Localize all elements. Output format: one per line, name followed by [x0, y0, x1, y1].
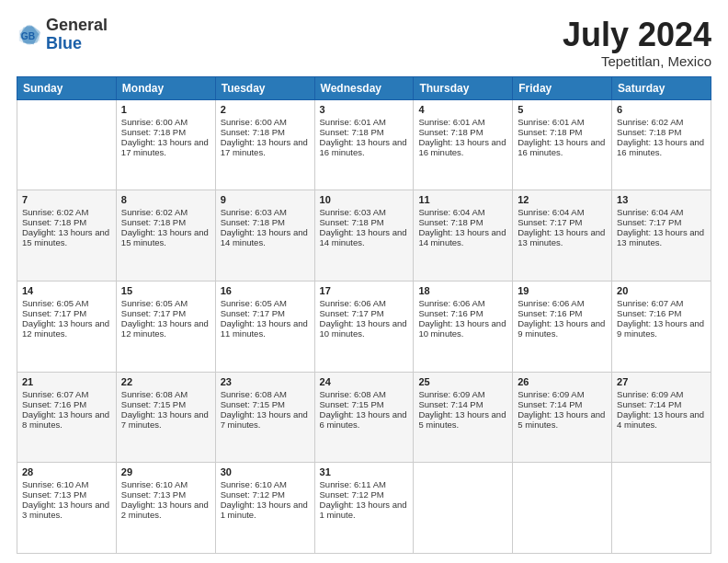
- daylight-text: Daylight: 13 hours and 5 minutes.: [518, 409, 605, 430]
- daylight-text: Daylight: 13 hours and 1 minute.: [320, 500, 407, 520]
- daylight-text: Daylight: 13 hours and 13 minutes.: [617, 227, 704, 247]
- sunset-text: Sunset: 7:18 PM: [518, 127, 582, 137]
- calendar-cell: 16 Sunrise: 6:05 AM Sunset: 7:17 PM Dayl…: [215, 281, 314, 372]
- daylight-text: Daylight: 13 hours and 9 minutes.: [617, 318, 704, 339]
- daylight-text: Daylight: 13 hours and 15 minutes.: [121, 227, 209, 247]
- sunset-text: Sunset: 7:17 PM: [518, 217, 582, 227]
- sunset-text: Sunset: 7:16 PM: [518, 308, 582, 318]
- calendar-cell: 26 Sunrise: 6:09 AM Sunset: 7:14 PM Dayl…: [513, 372, 612, 463]
- daylight-text: Daylight: 13 hours and 10 minutes.: [320, 318, 407, 339]
- sunrise-text: Sunrise: 6:08 AM: [221, 389, 287, 399]
- calendar-cell: 14 Sunrise: 6:05 AM Sunset: 7:17 PM Dayl…: [17, 281, 117, 372]
- weekday-header: Saturday: [612, 76, 711, 99]
- calendar-cell: 12 Sunrise: 6:04 AM Sunset: 7:17 PM Dayl…: [513, 190, 612, 282]
- daylight-text: Daylight: 13 hours and 17 minutes.: [121, 137, 209, 157]
- daylight-text: Daylight: 13 hours and 17 minutes.: [221, 137, 308, 157]
- calendar-cell: [612, 463, 711, 554]
- weekday-header: Tuesday: [215, 76, 314, 99]
- sunrise-text: Sunrise: 6:05 AM: [22, 298, 88, 308]
- sunrise-text: Sunrise: 6:10 AM: [22, 479, 88, 489]
- page: GB General Blue July 2024 Tepetitlan, Me…: [0, 0, 728, 563]
- calendar-cell: 28 Sunrise: 6:10 AM Sunset: 7:13 PM Dayl…: [17, 463, 117, 554]
- calendar-cell: 22 Sunrise: 6:08 AM Sunset: 7:15 PM Dayl…: [116, 372, 215, 463]
- day-number: 18: [418, 285, 507, 296]
- day-number: 17: [320, 285, 409, 296]
- sunset-text: Sunset: 7:13 PM: [121, 489, 186, 500]
- sunrise-text: Sunrise: 6:05 AM: [121, 298, 188, 308]
- daylight-text: Daylight: 13 hours and 11 minutes.: [221, 318, 308, 339]
- calendar-cell: 30 Sunrise: 6:10 AM Sunset: 7:12 PM Dayl…: [215, 463, 314, 554]
- calendar-cell: [513, 463, 612, 554]
- sunset-text: Sunset: 7:15 PM: [221, 399, 285, 409]
- sunset-text: Sunset: 7:16 PM: [418, 308, 483, 318]
- day-number: 27: [617, 376, 706, 387]
- daylight-text: Daylight: 13 hours and 5 minutes.: [418, 409, 506, 430]
- sunrise-text: Sunrise: 6:00 AM: [221, 117, 287, 127]
- calendar-cell: 27 Sunrise: 6:09 AM Sunset: 7:14 PM Dayl…: [612, 372, 711, 463]
- title-block: July 2024 Tepetitlan, Mexico: [563, 17, 711, 69]
- header: GB General Blue July 2024 Tepetitlan, Me…: [17, 17, 711, 69]
- day-number: 11: [418, 194, 507, 205]
- day-number: 24: [320, 376, 409, 387]
- sunset-text: Sunset: 7:15 PM: [121, 399, 186, 409]
- day-number: 22: [121, 376, 210, 387]
- sunset-text: Sunset: 7:18 PM: [121, 127, 186, 137]
- weekday-header: Friday: [513, 76, 612, 99]
- calendar-cell: 11 Sunrise: 6:04 AM Sunset: 7:18 PM Dayl…: [414, 190, 513, 282]
- sunset-text: Sunset: 7:18 PM: [320, 217, 384, 227]
- daylight-text: Daylight: 13 hours and 2 minutes.: [121, 500, 209, 520]
- sunset-text: Sunset: 7:18 PM: [617, 127, 681, 137]
- sunset-text: Sunset: 7:18 PM: [221, 127, 285, 137]
- sunrise-text: Sunrise: 6:02 AM: [617, 117, 683, 127]
- daylight-text: Daylight: 13 hours and 14 minutes.: [320, 227, 407, 247]
- daylight-text: Daylight: 13 hours and 8 minutes.: [22, 409, 109, 430]
- sunrise-text: Sunrise: 6:02 AM: [121, 207, 188, 217]
- sunrise-text: Sunrise: 6:09 AM: [518, 389, 584, 399]
- month-title: July 2024: [563, 17, 711, 53]
- daylight-text: Daylight: 13 hours and 12 minutes.: [22, 318, 109, 339]
- calendar-cell: 23 Sunrise: 6:08 AM Sunset: 7:15 PM Dayl…: [215, 372, 314, 463]
- day-number: 31: [320, 466, 409, 477]
- calendar-week-row: 28 Sunrise: 6:10 AM Sunset: 7:13 PM Dayl…: [17, 463, 711, 554]
- sunrise-text: Sunrise: 6:10 AM: [221, 479, 287, 489]
- daylight-text: Daylight: 13 hours and 15 minutes.: [22, 227, 109, 247]
- day-number: 28: [22, 466, 111, 477]
- day-number: 23: [221, 376, 310, 387]
- sunrise-text: Sunrise: 6:06 AM: [518, 298, 584, 308]
- sunrise-text: Sunrise: 6:06 AM: [320, 298, 386, 308]
- day-number: 21: [22, 376, 111, 387]
- daylight-text: Daylight: 13 hours and 16 minutes.: [617, 137, 704, 157]
- day-number: 14: [22, 285, 111, 296]
- sunset-text: Sunset: 7:14 PM: [418, 399, 483, 409]
- calendar-cell: 4 Sunrise: 6:01 AM Sunset: 7:18 PM Dayli…: [414, 99, 513, 190]
- sunset-text: Sunset: 7:17 PM: [22, 308, 86, 318]
- day-number: 9: [221, 194, 310, 205]
- location: Tepetitlan, Mexico: [563, 53, 711, 69]
- daylight-text: Daylight: 13 hours and 4 minutes.: [617, 409, 704, 430]
- sunrise-text: Sunrise: 6:11 AM: [320, 479, 386, 489]
- day-number: 13: [617, 194, 706, 205]
- daylight-text: Daylight: 13 hours and 10 minutes.: [418, 318, 506, 339]
- weekday-header: Monday: [116, 76, 215, 99]
- weekday-header: Wednesday: [314, 76, 414, 99]
- daylight-text: Daylight: 13 hours and 16 minutes.: [418, 137, 506, 157]
- daylight-text: Daylight: 13 hours and 9 minutes.: [518, 318, 605, 339]
- sunset-text: Sunset: 7:15 PM: [320, 399, 384, 409]
- calendar-week-row: 14 Sunrise: 6:05 AM Sunset: 7:17 PM Dayl…: [17, 281, 711, 372]
- logo: GB General Blue: [17, 17, 108, 53]
- calendar-cell: 15 Sunrise: 6:05 AM Sunset: 7:17 PM Dayl…: [116, 281, 215, 372]
- sunrise-text: Sunrise: 6:02 AM: [22, 207, 88, 217]
- calendar-cell: 10 Sunrise: 6:03 AM Sunset: 7:18 PM Dayl…: [314, 190, 414, 282]
- calendar-table: SundayMondayTuesdayWednesdayThursdayFrid…: [17, 76, 711, 554]
- sunrise-text: Sunrise: 6:01 AM: [320, 117, 386, 127]
- sunrise-text: Sunrise: 6:00 AM: [121, 117, 188, 127]
- sunrise-text: Sunrise: 6:03 AM: [221, 207, 287, 217]
- day-number: 16: [221, 285, 310, 296]
- daylight-text: Daylight: 13 hours and 6 minutes.: [320, 409, 407, 430]
- calendar-cell: 5 Sunrise: 6:01 AM Sunset: 7:18 PM Dayli…: [513, 99, 612, 190]
- calendar-cell: 29 Sunrise: 6:10 AM Sunset: 7:13 PM Dayl…: [116, 463, 215, 554]
- daylight-text: Daylight: 13 hours and 13 minutes.: [518, 227, 605, 247]
- day-number: 20: [617, 285, 706, 296]
- calendar-header-row: SundayMondayTuesdayWednesdayThursdayFrid…: [17, 76, 711, 99]
- sunset-text: Sunset: 7:17 PM: [221, 308, 285, 318]
